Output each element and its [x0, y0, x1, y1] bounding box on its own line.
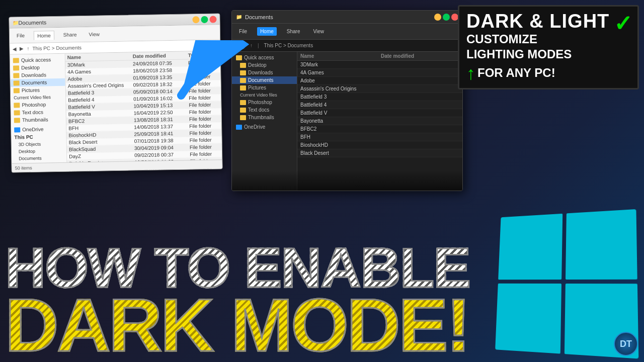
watermark-text: DT: [620, 339, 632, 349]
ribbon-tab-home[interactable]: Home: [34, 31, 54, 40]
dark-tab-view[interactable]: View: [310, 27, 328, 36]
win-logo-top-left: [498, 214, 562, 280]
maximize-button[interactable]: [201, 16, 208, 23]
dark-tab-file[interactable]: File: [236, 27, 250, 36]
dark-sidebar-thumbnails[interactable]: Thumbnails: [232, 114, 297, 121]
folder-icon-small: 📁: [12, 20, 18, 25]
dark-sidebar-text-docs[interactable]: Text docs: [232, 106, 297, 114]
dark-col-date: Date modified: [381, 53, 459, 59]
minimize-button[interactable]: [192, 16, 199, 23]
ribbon-tab-file[interactable]: File: [14, 31, 28, 40]
table-row[interactable]: 4A Games: [297, 69, 462, 77]
dark-explorer-titlebar: 📁 Documents: [232, 11, 462, 24]
dark-folder-icon: 📁: [236, 14, 242, 20]
top-right-line4: FOR ANY PC!: [477, 66, 555, 79]
dark-explorer-title: Documents: [245, 14, 273, 20]
light-explorer-title: Documents: [18, 19, 46, 26]
table-row[interactable]: BFH: [297, 133, 462, 141]
dark-main-panel: Name Date modified 3DMark 4A Games Adobe…: [297, 52, 462, 191]
green-arrow-icon: ↑: [466, 63, 475, 83]
table-row[interactable]: Assassin's Creed Origins: [297, 85, 462, 93]
sidebar-thumbnails[interactable]: Thumbnails: [11, 116, 66, 124]
dark-explorer-content: Quick access Desktop Downloads Documents…: [232, 52, 462, 191]
close-button[interactable]: [209, 16, 216, 23]
dark-minimize[interactable]: [434, 14, 441, 21]
ribbon-tab-view[interactable]: View: [86, 30, 103, 39]
item-count: 50 items: [15, 165, 32, 170]
table-row[interactable]: Adobe: [297, 77, 462, 85]
top-right-subtitle-line4: ↑ FOR ANY PC!: [466, 63, 630, 83]
separator: |: [258, 43, 259, 48]
dark-explorer: 📁 Documents File Home Share View ◀ ▶ ↑ |…: [231, 10, 463, 191]
blue-arrow: [171, 40, 252, 101]
nav-forward[interactable]: ▶: [20, 46, 24, 51]
main-title-block: HOW TO ENABLE DARK MODE!: [5, 243, 488, 357]
dark-col-name: Name: [300, 53, 381, 59]
table-row[interactable]: Battlefield V: [297, 109, 462, 117]
dark-win-controls: [434, 14, 458, 21]
window-controls: [192, 16, 216, 23]
win-logo-bottom-left: [495, 284, 561, 354]
table-row[interactable]: Black Desert: [297, 149, 462, 157]
address-path: This PC > Documents: [32, 45, 82, 51]
top-right-subtitle-line3: LIGHTING MODES: [466, 48, 630, 61]
light-sidebar: Quick access Desktop Downloads Documents…: [10, 54, 67, 172]
dark-tab-home[interactable]: Home: [257, 27, 277, 36]
top-right-line3: LIGHTING MODES: [466, 47, 572, 61]
dark-ribbon: File Home Share View: [232, 24, 462, 40]
nav-back[interactable]: ◀: [13, 46, 17, 51]
channel-watermark: DT: [614, 332, 638, 356]
dark-close[interactable]: [451, 14, 458, 21]
dark-address-bar: ◀ ▶ ↑ | This PC > Documents: [232, 40, 462, 52]
table-row[interactable]: 3DMark: [297, 61, 462, 69]
dark-maximize[interactable]: [443, 14, 450, 21]
dark-file-header: Name Date modified: [297, 52, 462, 61]
top-right-info-box: ✓ DARK & LIGHT CUSTOMIZE LIGHTING MODES …: [458, 5, 639, 89]
table-row[interactable]: Bayonetta: [297, 117, 462, 125]
dark-mode-text: DARK MODE!: [5, 294, 488, 357]
top-right-subtitle-line2: CUSTOMIZE: [466, 33, 630, 46]
dark-file-rows: 3DMark 4A Games Adobe Assassin's Creed O…: [297, 61, 462, 157]
dark-sidebar-onedrive[interactable]: OneDrive: [232, 123, 297, 131]
nav-up[interactable]: ↑: [27, 46, 29, 51]
col-name: Name: [67, 53, 133, 60]
top-right-line2: CUSTOMIZE: [466, 32, 537, 46]
table-row[interactable]: Battlefield 3: [297, 93, 462, 101]
table-row[interactable]: BFBC2: [297, 125, 462, 133]
table-row[interactable]: Battlefield 4: [297, 101, 462, 109]
win-logo-top-right: [566, 209, 637, 280]
table-row[interactable]: BioshockHD: [297, 141, 462, 149]
ribbon-tab-share[interactable]: Share: [60, 30, 80, 39]
top-right-title: DARK & LIGHT: [466, 12, 630, 31]
dark-tab-share[interactable]: Share: [284, 27, 303, 36]
dark-address-path: This PC > Documents: [264, 43, 313, 48]
checkmark-icon: ✓: [614, 11, 632, 36]
